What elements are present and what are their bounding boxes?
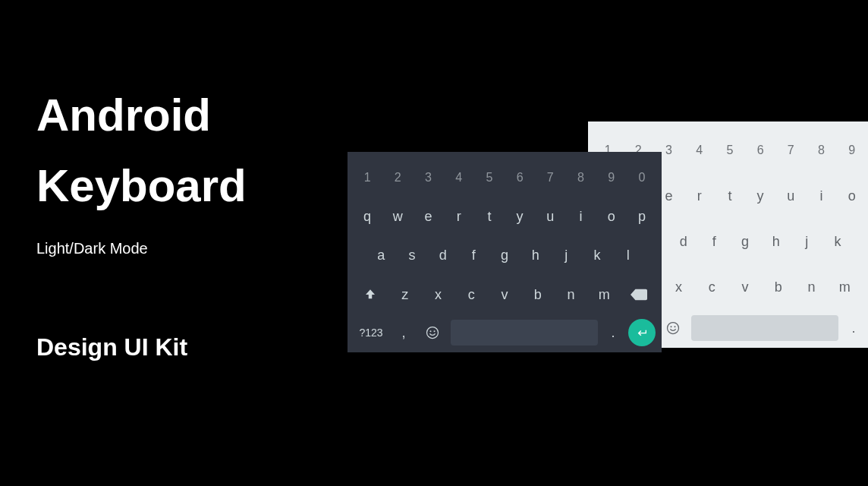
key-j[interactable]: j [551,236,582,276]
key-g[interactable]: g [489,236,520,276]
key-v[interactable]: v [728,264,762,310]
enter-icon [636,327,648,339]
svg-point-1 [671,326,672,327]
key-y[interactable]: y [505,197,535,237]
key-x[interactable]: x [422,276,455,315]
svg-point-3 [427,327,439,339]
enter-key[interactable] [628,319,656,346]
title-line-2: Keyboard [36,162,310,210]
key-w[interactable]: w [382,197,413,237]
key-s[interactable]: s [397,236,428,276]
key-u[interactable]: u [775,173,806,219]
keyboard-row-top: q w e r t y u i o p [352,197,657,237]
key-v[interactable]: v [488,276,521,315]
backspace-key[interactable] [621,276,657,315]
key-9[interactable]: 9 [837,128,867,173]
key-n[interactable]: n [555,276,588,315]
subtitle: Light/Dark Mode [36,240,310,257]
key-g[interactable]: g [730,219,761,264]
emoji-key[interactable] [659,314,687,342]
key-5[interactable]: 5 [474,158,505,197]
shift-key[interactable] [352,276,388,315]
key-9[interactable]: 9 [596,158,627,197]
key-h[interactable]: h [520,236,551,276]
spacebar[interactable] [451,320,598,346]
svg-point-5 [434,330,436,332]
key-i[interactable]: i [806,173,836,219]
key-x[interactable]: x [662,264,696,310]
svg-point-4 [430,330,432,332]
key-6[interactable]: 6 [745,128,775,173]
key-h[interactable]: h [760,219,791,264]
key-7[interactable]: 7 [775,128,806,173]
period-key[interactable]: . [843,314,864,342]
key-2[interactable]: 2 [382,158,413,197]
key-t[interactable]: t [474,197,505,237]
key-e[interactable]: e [413,197,443,237]
key-k[interactable]: k [822,219,854,264]
key-d[interactable]: d [427,236,458,276]
title-line-1: Android [36,91,310,139]
key-f[interactable]: f [699,219,730,264]
key-l[interactable]: l [853,219,868,264]
emoji-key[interactable] [419,319,446,346]
footer-title: Design UI Kit [36,333,310,361]
key-6[interactable]: 6 [505,158,535,197]
svg-point-2 [675,326,676,327]
keyboard-space-row: ?123 , . [352,314,657,348]
key-n[interactable]: n [795,264,829,310]
key-4[interactable]: 4 [444,158,474,197]
period-key[interactable]: . [602,319,624,346]
key-5[interactable]: 5 [715,128,745,173]
key-l[interactable]: l [612,236,643,276]
key-d[interactable]: d [668,219,699,264]
key-m[interactable]: m [587,276,621,315]
key-0[interactable]: 0 [627,158,657,197]
key-o[interactable]: o [596,197,627,237]
key-u[interactable]: u [535,197,565,237]
key-p[interactable]: p [627,197,657,237]
backspace-icon [631,289,647,301]
key-8[interactable]: 8 [806,128,836,173]
key-i[interactable]: i [565,197,596,237]
keyboard-dark: 1 2 3 4 5 6 7 8 9 0 q w e r t y u i o p … [348,152,662,352]
key-c[interactable]: c [454,276,488,315]
spacebar[interactable] [691,315,838,341]
key-t[interactable]: t [715,173,745,219]
key-o[interactable]: o [837,173,867,219]
key-4[interactable]: 4 [684,128,715,173]
emoji-icon [665,320,681,336]
keyboard-row-middle: a s d f g h j k l [352,236,657,276]
key-r[interactable]: r [684,173,715,219]
key-b[interactable]: b [762,264,795,310]
shift-icon [363,288,377,301]
key-y[interactable]: y [745,173,775,219]
key-r[interactable]: r [444,197,474,237]
comma-key[interactable]: , [393,319,414,346]
key-a[interactable]: a [366,236,397,276]
mode-switch-key[interactable]: ?123 [354,319,388,346]
emoji-icon [425,325,440,340]
key-k[interactable]: k [582,236,613,276]
key-b[interactable]: b [521,276,555,315]
key-3[interactable]: 3 [413,158,443,197]
key-c[interactable]: c [695,264,728,310]
key-q[interactable]: q [352,197,382,237]
key-f[interactable]: f [458,236,489,276]
keyboard-row-bottom: z x c v b n m [352,276,657,315]
key-m[interactable]: m [828,264,861,310]
key-1[interactable]: 1 [352,158,382,197]
key-j[interactable]: j [791,219,822,264]
backspace-key[interactable] [861,264,868,310]
key-z[interactable]: z [388,276,422,315]
key-7[interactable]: 7 [535,158,565,197]
svg-point-0 [668,323,679,334]
key-8[interactable]: 8 [565,158,596,197]
keyboard-row-numbers: 1 2 3 4 5 6 7 8 9 0 [352,158,657,197]
